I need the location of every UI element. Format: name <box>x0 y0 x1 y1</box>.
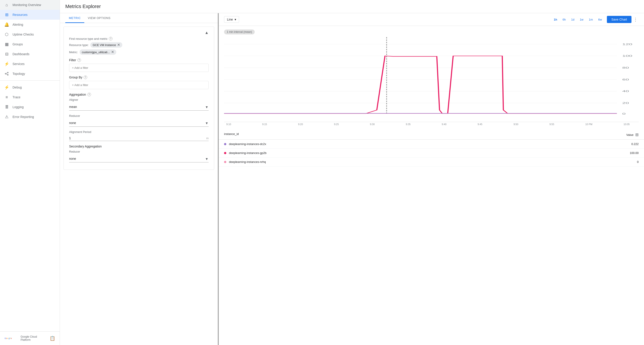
collapse-button[interactable]: ▲ <box>204 30 209 35</box>
x-label-3: 9:20 <box>298 123 303 126</box>
metric-form: ▲ Find resource type and metric ? Resour… <box>64 26 214 170</box>
alignment-period-unit: m <box>206 136 209 140</box>
tab-metric[interactable]: METRIC <box>65 13 84 23</box>
secondary-reducer-label: Reducer <box>69 150 209 153</box>
sidebar-item-error-reporting[interactable]: ⚠ Error Reporting <box>0 112 60 122</box>
svg-point-1 <box>8 72 8 73</box>
x-label-4: 9:25 <box>334 123 339 126</box>
resource-type-chip[interactable]: GCE VM Instance ✕ <box>90 42 122 48</box>
reducer-select[interactable]: none <box>69 119 209 127</box>
sidebar-footer-icon[interactable]: 📋 <box>50 336 55 341</box>
sidebar-item-dashboards[interactable]: ⊟ Dashboards <box>0 49 60 59</box>
find-resource-help-icon[interactable]: ? <box>109 37 112 40</box>
svg-line-4 <box>6 74 8 75</box>
dot-1 <box>224 152 226 154</box>
resource-type-label: Resource type: <box>69 43 88 47</box>
reducer-wrapper: none ▾ <box>69 119 209 127</box>
sidebar-label-uptime-checks: Uptime Checks <box>12 33 34 36</box>
dot-2 <box>224 161 226 163</box>
table-row-0: deeplearning-instances-dc2x 0.222 <box>219 140 644 149</box>
svg-text:o: o <box>7 337 8 340</box>
aggregation-help-icon[interactable]: ? <box>88 93 91 96</box>
group-by-help-icon[interactable]: ? <box>84 75 87 79</box>
instance-name-0: deeplearning-instances-dc2x <box>229 142 631 146</box>
tabs: METRIC VIEW OPTIONS <box>60 13 218 23</box>
instance-value-2: 0 <box>637 160 639 164</box>
sidebar-label-dashboards: Dashboards <box>12 52 30 56</box>
chart-type-selector[interactable]: Line ▾ <box>224 16 239 23</box>
save-chart-button[interactable]: Save Chart <box>607 16 632 23</box>
columns-icon[interactable]: ⊞ <box>635 132 639 137</box>
table-row-1: deeplearning-instances-gp2b 100.00 <box>219 149 644 158</box>
sidebar-item-resources[interactable]: ⊞ Resources <box>0 10 60 20</box>
metric-value: custom/gpu_utilizati... <box>82 50 110 54</box>
svg-point-2 <box>8 74 8 75</box>
sidebar-item-alerting[interactable]: 🔔 Alerting <box>0 20 60 29</box>
sidebar-label-alerting: Alerting <box>12 23 23 26</box>
x-label-1: 9:10 <box>226 123 231 126</box>
svg-text:120: 120 <box>622 43 632 45</box>
x-axis-labels: 9:10 9:15 9:20 9:25 9:30 9:35 9:40 9:45 … <box>224 122 639 126</box>
filter-input[interactable] <box>69 64 209 72</box>
tab-view-options[interactable]: VIEW OPTIONS <box>84 13 114 23</box>
instance-name-1: deeplearning-instances-gp2b <box>229 151 630 155</box>
page-header: Metrics Explorer <box>60 0 644 13</box>
x-label-9: 9:50 <box>514 123 518 126</box>
svg-text:40: 40 <box>622 90 629 93</box>
sidebar-item-uptime-checks[interactable]: ⬡ Uptime Checks <box>0 29 60 39</box>
metric-chip[interactable]: custom/gpu_utilizati... ✕ <box>80 49 116 55</box>
svg-text:60: 60 <box>622 78 629 81</box>
group-by-label: Group By ? <box>69 75 209 79</box>
more-options-icon[interactable]: ⋮ <box>632 16 639 23</box>
form-section-header: ▲ <box>69 30 209 35</box>
time-range-buttons: 1h 6h 1d 1w 1m 6w Save Chart ⋮ <box>552 16 639 23</box>
chart-area: 1 min interval (mean) 120 100 <box>219 26 644 130</box>
svg-text:100: 100 <box>622 54 632 57</box>
aligner-select[interactable]: mean <box>69 103 209 111</box>
sidebar-item-services[interactable]: ⚡ Services <box>0 59 60 69</box>
table-row-2: deeplearning-instances-nrhq 0 <box>219 158 644 166</box>
time-btn-1m[interactable]: 1m <box>586 16 595 22</box>
time-btn-1d[interactable]: 1d <box>569 16 576 22</box>
sidebar-item-groups[interactable]: ▦ Groups <box>0 39 60 49</box>
chart-type-dropdown-icon: ▾ <box>234 18 236 21</box>
alignment-period-row: m <box>69 135 209 141</box>
secondary-reducer-select[interactable]: none <box>69 155 209 162</box>
main-content: Metrics Explorer METRIC VIEW OPTIONS ▲ F… <box>60 0 644 345</box>
chart-container: 120 100 80 60 40 20 0 <box>224 37 639 122</box>
sidebar-item-trace[interactable]: ≡ Trace <box>0 92 60 102</box>
sidebar-label-topology: Topology <box>12 72 25 75</box>
sidebar-label-logging: Logging <box>12 105 24 109</box>
secondary-reducer-wrapper: none ▾ <box>69 155 209 162</box>
resource-type-close-icon[interactable]: ✕ <box>117 43 120 47</box>
sidebar: ⌂ Monitoring Overview ⊞ Resources 🔔 Aler… <box>0 0 60 345</box>
dashboards-icon: ⊟ <box>4 52 9 56</box>
time-btn-6h[interactable]: 6h <box>560 16 568 22</box>
alignment-period-input[interactable] <box>69 136 206 140</box>
svg-text:0: 0 <box>622 112 626 115</box>
svg-text:g: g <box>8 337 10 340</box>
sidebar-item-logging[interactable]: ≣ Logging <box>0 102 60 112</box>
sidebar-divider-1 <box>0 80 60 81</box>
sidebar-item-monitoring-overview[interactable]: ⌂ Monitoring Overview <box>0 0 60 10</box>
group-by-input[interactable] <box>69 81 209 89</box>
col1-header: instance_id <box>224 132 239 137</box>
sidebar-item-topology[interactable]: Topology <box>0 69 60 79</box>
instance-value-1: 100.00 <box>630 151 639 155</box>
sidebar-item-debug[interactable]: ⚡ Debug <box>0 82 60 92</box>
metric-row: Metric: custom/gpu_utilizati... ✕ <box>69 49 209 55</box>
alignment-period-label: Alignment Period <box>69 130 209 134</box>
metric-close-icon[interactable]: ✕ <box>111 50 114 54</box>
time-btn-6w[interactable]: 6w <box>596 16 604 22</box>
time-btn-1w[interactable]: 1w <box>578 16 586 22</box>
time-btn-1h[interactable]: 1h <box>552 16 560 22</box>
logging-icon: ≣ <box>4 105 9 109</box>
trace-icon: ≡ <box>4 95 9 99</box>
sidebar-label-error-reporting: Error Reporting <box>12 115 34 119</box>
sidebar-label-resources: Resources <box>12 13 28 16</box>
sidebar-label-services: Services <box>12 62 24 66</box>
filter-help-icon[interactable]: ? <box>77 58 81 62</box>
x-label-10: 9:55 <box>550 123 554 126</box>
secondary-aggregation-label: Secondary Aggregation <box>69 145 209 148</box>
col2-header: Value <box>626 133 634 136</box>
